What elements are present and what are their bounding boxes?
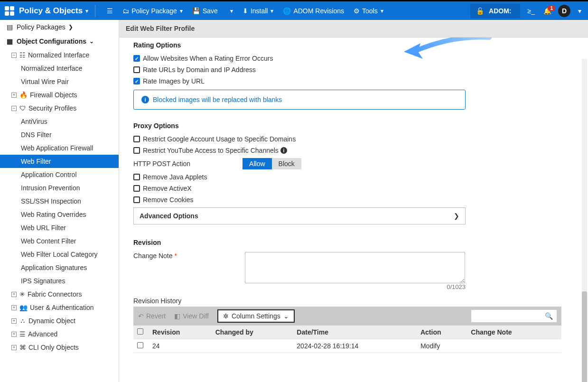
- proxy-options-heading: Proxy Options: [133, 122, 588, 130]
- checkbox-icon[interactable]: [133, 185, 140, 192]
- sidebar-cli-only[interactable]: +⌘CLI Only Objects: [0, 341, 119, 354]
- sidebar-dynamic[interactable]: +⛬Dynamic Object: [0, 314, 119, 327]
- cli-icon[interactable]: ≥_: [528, 7, 535, 15]
- column-settings-button[interactable]: ✲Column Settings⌄: [217, 309, 295, 323]
- install-icon: ⬇: [243, 7, 248, 15]
- info-icon[interactable]: i: [280, 147, 287, 154]
- sidebar: ▤ Policy Packages ❯ ▦ Object Configurati…: [0, 20, 119, 382]
- sidebar-dns-filter[interactable]: DNS Filter: [0, 128, 119, 141]
- scrollbar-thumb[interactable]: [582, 291, 587, 382]
- rate-images-label: Rate Images by URL: [143, 77, 205, 85]
- rate-urls-domain-row[interactable]: Rate URLs by Domain and IP Address: [133, 66, 588, 74]
- notifications-button[interactable]: 🔔 1: [543, 7, 551, 15]
- view-diff-button[interactable]: ◧View Diff: [174, 312, 209, 320]
- block-toggle[interactable]: Block: [272, 158, 301, 169]
- tools-menu[interactable]: ⚙ Tools▾: [354, 7, 383, 15]
- cell-datetime: 2024-02-28 16:19:14: [293, 339, 417, 353]
- row-checkbox[interactable]: [137, 342, 143, 348]
- save-icon: 💾: [192, 7, 200, 15]
- chevron-right-icon: ❯: [454, 212, 459, 220]
- col-action[interactable]: Action: [417, 326, 467, 339]
- hamburger-icon[interactable]: ☰: [107, 7, 113, 15]
- checkbox-icon[interactable]: [133, 147, 140, 154]
- allow-toggle[interactable]: Allow: [243, 158, 271, 169]
- allow-rating-error-row[interactable]: Allow Websites When a Rating Error Occur…: [133, 55, 588, 62]
- adom-selector[interactable]: 🔓 ADOM:: [470, 4, 520, 18]
- search-input[interactable]: 🔍: [471, 310, 557, 322]
- sidebar-web-filter[interactable]: Web Filter: [0, 155, 119, 168]
- sidebar-object-config-label: Object Configurations: [17, 37, 86, 45]
- col-changed-by[interactable]: Changed by: [212, 326, 293, 339]
- sidebar-ips-sigs[interactable]: IPS Signatures: [0, 274, 119, 288]
- topbar: Policy & Objects ▾ ☰ 🗂 Policy Package▾ 💾…: [0, 0, 588, 20]
- checkbox-icon[interactable]: [133, 174, 140, 180]
- sidebar-firewall-objects[interactable]: +🔥Firewall Objects: [0, 88, 119, 102]
- sidebar-web-filter-local[interactable]: Web Filter Local Category: [0, 248, 119, 261]
- checkbox-icon[interactable]: [133, 196, 140, 203]
- fabric-icon: ✳: [19, 290, 25, 298]
- brand-title[interactable]: Policy & Objects: [19, 6, 83, 16]
- app-logo-icon[interactable]: [5, 6, 14, 16]
- sidebar-policy-packages[interactable]: ▤ Policy Packages ❯: [0, 20, 119, 34]
- col-revision[interactable]: Revision: [149, 326, 212, 339]
- http-post-toggle: Allow Block: [243, 158, 301, 169]
- rating-options-heading: Rating Options: [133, 41, 588, 49]
- diff-icon: ◧: [174, 312, 180, 320]
- cell-action: Modify: [417, 339, 467, 353]
- install-menu[interactable]: ⬇ Install▾: [243, 7, 274, 15]
- sidebar-antivirus[interactable]: AntiVirus: [0, 115, 119, 128]
- install-label: Install: [251, 7, 268, 15]
- revert-button[interactable]: ↶Revert: [138, 312, 166, 320]
- checkbox-icon[interactable]: [133, 66, 140, 73]
- sidebar-waf[interactable]: Web Application Firewall: [0, 141, 119, 155]
- sidebar-web-rating[interactable]: Web Rating Overrides: [0, 208, 119, 221]
- sidebar-normalized-interface[interactable]: Normalized Interface: [0, 62, 119, 75]
- policy-package-menu[interactable]: 🗂 Policy Package▾: [122, 7, 183, 15]
- remove-cookies-label: Remove Cookies: [143, 196, 194, 204]
- sidebar-app-control[interactable]: Application Control: [0, 168, 119, 181]
- save-sub-chevron[interactable]: ▾: [227, 8, 233, 14]
- col-datetime[interactable]: Date/Time: [293, 326, 417, 339]
- sidebar-security-profiles[interactable]: −🛡Security Profiles: [0, 102, 119, 115]
- sidebar-intrusion[interactable]: Intrusion Prevention: [0, 181, 119, 195]
- col-change-note[interactable]: Change Note: [467, 326, 554, 339]
- restrict-youtube-row[interactable]: Restrict YouTube Access to Specific Chan…: [133, 147, 588, 154]
- adom-label: ADOM:: [489, 7, 511, 15]
- rate-urls-domain-label: Rate URLs by Domain and IP Address: [143, 66, 256, 74]
- stack-icon: ☰: [19, 330, 26, 338]
- sidebar-fabric[interactable]: +✳Fabric Connectors: [0, 288, 119, 301]
- scrollbar[interactable]: [582, 59, 587, 379]
- save-button[interactable]: 💾 Save: [192, 7, 218, 15]
- undo-icon: ↶: [138, 312, 144, 320]
- topbar-more-chevron[interactable]: ▾: [578, 7, 581, 15]
- package-icon: 🗂: [122, 7, 129, 15]
- checkbox-icon[interactable]: [133, 55, 140, 62]
- remove-cookies-row[interactable]: Remove Cookies: [133, 196, 588, 204]
- allow-rating-error-label: Allow Websites When a Rating Error Occur…: [143, 55, 273, 62]
- advanced-options-bar[interactable]: Advanced Options ❯: [133, 207, 466, 224]
- sidebar-virtual-wire-pair[interactable]: Virtual Wire Pair: [0, 75, 119, 88]
- sidebar-web-content[interactable]: Web Content Filter: [0, 234, 119, 248]
- remove-java-row[interactable]: Remove Java Applets: [133, 173, 588, 181]
- sidebar-ssl[interactable]: SSL/SSH Inspection: [0, 195, 119, 208]
- checkbox-icon[interactable]: [133, 136, 140, 142]
- change-note-input[interactable]: [245, 252, 465, 283]
- adom-revisions-button[interactable]: 🌐 ADOM Revisions: [283, 7, 344, 15]
- remove-activex-row[interactable]: Remove ActiveX: [133, 185, 588, 192]
- sidebar-object-config[interactable]: ▦ Object Configurations ⌄: [0, 34, 119, 48]
- chevron-down-icon[interactable]: ▾: [85, 8, 88, 14]
- checkbox-icon[interactable]: [133, 78, 140, 84]
- restrict-google-row[interactable]: Restrict Google Account Usage to Specifi…: [133, 135, 588, 143]
- sidebar-web-url[interactable]: Web URL Filter: [0, 221, 119, 234]
- rate-images-row[interactable]: Rate Images by URL: [133, 77, 588, 85]
- sidebar-normalized-interface-group[interactable]: −☷Normalized Interface: [0, 48, 119, 62]
- sidebar-advanced[interactable]: +☰Advanced: [0, 327, 119, 341]
- select-all-checkbox[interactable]: [137, 328, 143, 335]
- tools-label: Tools: [362, 7, 378, 15]
- table-row[interactable]: 24 2024-02-28 16:19:14 Modify: [133, 339, 561, 353]
- sidebar-user-auth[interactable]: +👥User & Authentication: [0, 301, 119, 314]
- sidebar-app-sigs[interactable]: Application Signatures: [0, 261, 119, 274]
- cell-revision: 24: [149, 339, 212, 353]
- users-icon: 👥: [19, 304, 28, 311]
- avatar[interactable]: D: [558, 5, 570, 17]
